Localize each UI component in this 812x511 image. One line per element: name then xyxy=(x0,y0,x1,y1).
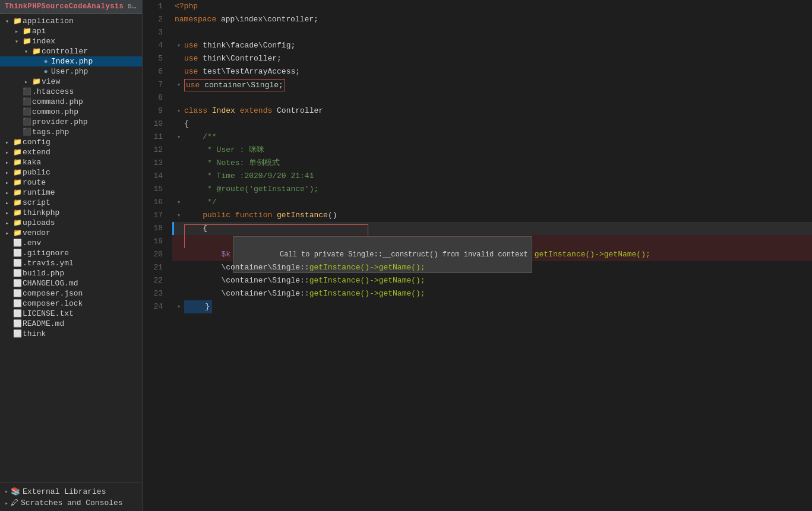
tree-item-common-php[interactable]: ⬛ common.php xyxy=(0,107,142,117)
fold-spacer-18 xyxy=(175,222,183,235)
fold-icon-4[interactable]: ▾ xyxy=(175,39,183,52)
fold-spacer-6 xyxy=(175,65,183,78)
fold-icon-16[interactable]: ▾ xyxy=(175,196,183,209)
tree-item-env[interactable]: ⬜ .env xyxy=(0,238,142,248)
php-icon: ● xyxy=(40,58,51,66)
tree-item-runtime[interactable]: ▸ 📁 runtime xyxy=(0,188,142,198)
tree-item-view[interactable]: ▸ 📁 view xyxy=(0,77,142,87)
namespace-path: app\index\controller; xyxy=(221,13,318,26)
tree-label: think xyxy=(23,329,142,338)
blue-indicator xyxy=(172,222,174,235)
editor-content[interactable]: 1 2 3 4 5 6 7 8 9 10 11 12 13 14 15 16 1… xyxy=(143,0,812,511)
fold-icon-7[interactable]: ▾ xyxy=(175,78,183,91)
tree-item-provider-php[interactable]: ⬛ provider.php xyxy=(0,117,142,127)
code-line-1: <?php xyxy=(172,0,812,13)
expand-arrow: ▸ xyxy=(2,199,12,207)
tree-label: build.php xyxy=(23,269,142,278)
keyword-function: function xyxy=(235,209,277,222)
code-line-3 xyxy=(172,26,812,39)
code-line-23: \container\Single::getInstance()->getNam… xyxy=(172,287,812,300)
tree-item-kaka[interactable]: ▸ 📁 kaka xyxy=(0,157,142,167)
line-num-6: 6 xyxy=(147,65,163,78)
code-line-13: * Notes: 单例模式 xyxy=(172,157,812,170)
use-path-7: container\Single; xyxy=(204,81,283,90)
folder-icon: 📁 xyxy=(12,198,23,207)
expand-arrow: ▸ xyxy=(21,78,31,85)
comment-time: * Time :2020/9/20 21:41 xyxy=(184,170,314,183)
tree-item-api[interactable]: ▸ 📁 api xyxy=(0,26,142,36)
tree-item-index-php[interactable]: ● Index.php xyxy=(0,56,142,66)
tree-label: view xyxy=(42,77,142,86)
external-libraries-label: External Libraries xyxy=(23,487,106,496)
tree-item-vendor[interactable]: ▸ 📁 vendor xyxy=(0,228,142,238)
tree-item-application[interactable]: ▾ 📁 application xyxy=(0,16,142,26)
fold-icon-17[interactable]: ▾ xyxy=(175,209,183,222)
tree-item-controller[interactable]: ▾ 📁 controller xyxy=(0,46,142,56)
folder-icon: 📁 xyxy=(12,138,23,147)
fold-spacer-20 xyxy=(175,248,183,261)
fold-icon-9[interactable]: ▾ xyxy=(175,104,183,118)
folder-icon: 📁 xyxy=(12,158,23,167)
code-area[interactable]: <?php namespace app\index\controller; ▾u… xyxy=(172,0,812,511)
md-icon: ⬜ xyxy=(12,279,23,288)
tree-item-travis-yml[interactable]: ⬜ .travis.yml xyxy=(0,258,142,268)
tree-item-build-php[interactable]: ⬜ build.php xyxy=(0,268,142,278)
tree-item-composer-json[interactable]: ⬜ composer.json xyxy=(0,288,142,299)
scratches-consoles-item[interactable]: ▸ 🖊 Scratches and Consoles xyxy=(0,497,142,509)
line-num-3: 3 xyxy=(147,26,163,39)
expand-arrow: ▸ xyxy=(2,210,12,217)
fold-spacer-13 xyxy=(175,157,183,170)
tree-item-htaccess[interactable]: ⬛ .htaccess xyxy=(0,87,142,97)
tree-item-gitignore[interactable]: ⬜ .gitignore xyxy=(0,248,142,258)
backslash-23: \container\Single:: xyxy=(184,287,309,300)
tree-item-readme[interactable]: ⬜ README.md xyxy=(0,319,142,329)
code-line-24: ▾ } xyxy=(172,300,812,313)
fold-spacer-5 xyxy=(175,52,183,65)
tree-item-composer-lock[interactable]: ⬜ composer.lock xyxy=(0,299,142,309)
code-line-12: * User : 咪咪 xyxy=(172,144,812,157)
fold-icon-24[interactable]: ▾ xyxy=(175,300,183,313)
tree-item-license[interactable]: ⬜ LICENSE.txt xyxy=(0,309,142,319)
tree-item-route[interactable]: ▸ 📁 route xyxy=(0,177,142,188)
tree-label: kaka xyxy=(23,158,142,167)
tree-item-user-php[interactable]: ● User.php xyxy=(0,66,142,77)
tree-item-think[interactable]: ⬜ think xyxy=(0,329,142,339)
fold-spacer-19 xyxy=(175,235,183,248)
file-icon: ⬜ xyxy=(12,329,23,338)
tree-item-thinkphp[interactable]: ▸ 📁 thinkphp xyxy=(0,208,142,218)
folder-icon: 📁 xyxy=(12,178,23,187)
comment-start: /** xyxy=(184,131,217,144)
class-name: Index xyxy=(212,104,240,118)
tree-label: controller xyxy=(42,47,142,56)
external-libraries-item[interactable]: ▸ 📚 External Libraries xyxy=(0,485,142,497)
php-icon: ⬛ xyxy=(21,118,32,126)
code-line-8 xyxy=(172,91,812,104)
close-brace-highlight: } xyxy=(184,300,212,313)
line-num-8: 8 xyxy=(147,91,163,104)
tree-item-public[interactable]: ▸ 📁 public xyxy=(0,167,142,177)
tree-item-config[interactable]: ▸ 📁 config xyxy=(0,137,142,147)
expand-arrow: ▾ xyxy=(12,38,21,45)
tree-item-extend[interactable]: ▸ 📁 extend xyxy=(0,147,142,157)
keyword-public: public xyxy=(184,209,235,222)
tree-label: route xyxy=(23,178,142,187)
keyword-use-5: use xyxy=(184,52,203,65)
tree-item-changelog[interactable]: ⬜ CHANGELOG.md xyxy=(0,278,142,288)
tree-item-uploads[interactable]: ▸ 📁 uploads xyxy=(0,218,142,228)
fold-spacer-15 xyxy=(175,183,183,196)
expand-arrow: ▸ xyxy=(2,139,12,146)
tree-item-index[interactable]: ▾ 📁 index xyxy=(0,36,142,46)
method-name: getInstance xyxy=(277,209,328,222)
tree-item-script[interactable]: ▸ 📁 script xyxy=(0,198,142,208)
folder-icon: 📁 xyxy=(12,148,23,157)
expand-icon: ▸ xyxy=(5,500,8,507)
scratches-icon: 🖊 xyxy=(11,499,18,507)
tree-item-command-php[interactable]: ⬛ command.php xyxy=(0,97,142,107)
tree-label: vendor xyxy=(23,228,142,237)
fold-icon-11[interactable]: ▾ xyxy=(175,131,183,144)
line-num-11: 11 xyxy=(147,131,163,144)
tree-item-tags-php[interactable]: ⬛ tags.php xyxy=(0,127,142,137)
tree-label: public xyxy=(23,168,142,177)
tree-label: User.php xyxy=(51,67,142,76)
folder-icon: 📁 xyxy=(31,77,42,86)
